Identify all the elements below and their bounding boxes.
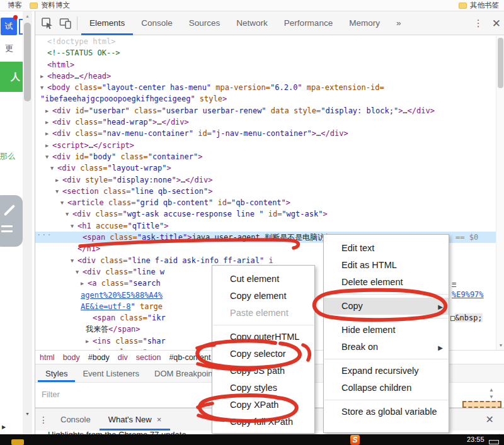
tab-console[interactable]: Console	[133, 11, 181, 35]
dom-row[interactable]: ▼<body class="layout-center has-menu" mp…	[35, 82, 496, 93]
page-green-button[interactable]: 人	[0, 62, 23, 92]
menu-item-copy-selector[interactable]: Copy selector	[212, 346, 314, 363]
twisty-icon[interactable]: ▶	[81, 278, 88, 289]
inspect-element-icon[interactable]	[41, 17, 54, 30]
menu-separator	[213, 325, 314, 325]
folder-icon	[30, 3, 38, 9]
dom-row[interactable]: ▼<div id="body" class="container">	[35, 151, 496, 162]
toolbar-right-icons: ⋮ ✕	[474, 11, 501, 35]
dom-row[interactable]: ▶<script>…</script>	[35, 140, 496, 151]
tab-event-listeners[interactable]: Event Listeners	[75, 364, 147, 382]
scroll-up-icon[interactable]: ▲	[488, 386, 495, 393]
twisty-icon[interactable]: ▶	[40, 70, 47, 82]
tab-sources[interactable]: Sources	[181, 11, 229, 35]
menu-item-collapse-children[interactable]: Collapse children	[324, 380, 449, 397]
menu-item-copy[interactable]: Copy▶	[324, 298, 449, 315]
tab-styles[interactable]: Styles	[38, 364, 75, 382]
twisty-icon[interactable]: ▼	[76, 266, 83, 278]
tab-network[interactable]: Network	[228, 11, 276, 35]
dom-row[interactable]: ▼<article class="grid qb-content" id="qb…	[35, 197, 496, 208]
expand-arrow-icon[interactable]: ▶	[2, 424, 6, 430]
dom-row[interactable]: ▶<div class="head-wrap">…</div>	[35, 116, 496, 128]
dom-row[interactable]: <html>	[35, 59, 496, 70]
twisty-icon[interactable]: ▼	[71, 220, 77, 232]
twisty-icon[interactable]: ▼	[45, 151, 52, 162]
styles-filter-input[interactable]	[42, 390, 231, 399]
dom-row[interactable]: ▶<div style="display:none">…</div>	[35, 174, 496, 186]
dom-row[interactable]: ▼<h1 accuse="qTitle">	[35, 220, 496, 232]
breadcrumb-item-html[interactable]: html	[40, 353, 55, 362]
page-app-icon[interactable]: 试	[1, 18, 17, 35]
taskbar-tray-icon[interactable]	[489, 440, 499, 444]
breadcrumb-item-section[interactable]: section	[136, 353, 161, 362]
other-bookmarks-button[interactable]: 其他书签	[459, 1, 499, 10]
twisty-icon[interactable]: ▼	[71, 255, 77, 266]
elements-scrollbar-thumb[interactable]	[498, 38, 503, 88]
breadcrumb-item-body[interactable]: body	[63, 353, 80, 362]
drawer-tab-console[interactable]: Console	[52, 408, 100, 431]
menu-item-edit-as-html[interactable]: Edit as HTML	[324, 257, 449, 274]
elements-scrollbar[interactable]: ▼	[496, 36, 504, 350]
menu-item-copy-js-path[interactable]: Copy JS path	[212, 363, 314, 380]
page-scrollbar-thumb[interactable]	[24, 23, 31, 101]
bookmark-folder-materials[interactable]: 资料博文	[30, 1, 70, 10]
tab-close-icon[interactable]: ×	[157, 415, 162, 424]
breadcrumb-item-div[interactable]: div	[118, 353, 128, 362]
menu-item-copy-outerhtml[interactable]: Copy outerHTML	[212, 329, 314, 346]
dom-row[interactable]: <!doctype html>	[35, 36, 496, 47]
dom-row[interactable]: "ibefaeehajgcpooopoegkifhgecigeeg" style…	[35, 93, 496, 104]
devtools-close-icon[interactable]: ✕	[492, 17, 501, 30]
taskbar-app-icon[interactable]	[11, 439, 24, 445]
twisty-icon[interactable]: ▶	[55, 174, 62, 186]
twisty-icon[interactable]: ▶	[86, 335, 93, 347]
scroll-down-icon[interactable]: ▼	[23, 410, 32, 418]
menu-item-copy-styles[interactable]: Copy styles	[212, 380, 314, 397]
sogou-ime-icon[interactable]: S	[350, 435, 360, 445]
menu-item-delete-element[interactable]: Delete element	[324, 274, 449, 291]
dom-row[interactable]: ▶<head>…</head>	[35, 70, 496, 82]
twisty-icon[interactable]: ▼	[40, 82, 47, 93]
scroll-up-icon[interactable]: ▲	[23, 13, 32, 20]
ask-question-fab[interactable]	[0, 195, 23, 247]
menu-item-break-on[interactable]: Break on▶	[324, 339, 449, 356]
scroll-down-icon[interactable]: ▼	[496, 343, 504, 347]
tabs-overflow-button[interactable]: »	[388, 16, 410, 30]
drawer-tab-what-s-new[interactable]: What's New×	[100, 408, 171, 431]
tab-memory[interactable]: Memory	[341, 11, 388, 35]
twisty-icon[interactable]: ▼	[60, 197, 67, 208]
twisty-icon[interactable]: ▼	[50, 162, 57, 174]
twisty-icon[interactable]: ▶	[45, 140, 52, 151]
dom-row[interactable]: ▼<div class="wgt-ask accuse-response lin…	[35, 208, 496, 220]
twisty-icon[interactable]: ▼	[66, 208, 72, 220]
twisty-icon[interactable]: ▶	[45, 116, 52, 128]
dom-row[interactable]: ▼<section class="line qb-section">	[35, 186, 496, 197]
twisty-icon[interactable]: ▶	[45, 105, 52, 116]
menu-item-copy-full-xpath[interactable]: Copy full XPath	[212, 414, 314, 431]
menu-item-copy-xpath[interactable]: Copy XPath	[212, 397, 314, 414]
dom-row[interactable]: ▶<div id="userbar" class="userbar userba…	[35, 105, 496, 116]
taskbar-clock[interactable]: 23:55	[467, 436, 484, 443]
tab-performance[interactable]: Performance	[276, 11, 341, 35]
menu-item-cut-element[interactable]: Cut element	[212, 271, 314, 288]
dom-row[interactable]: ▶<div class="nav-menu-container" id="j-n…	[35, 128, 496, 139]
menu-item-paste-element[interactable]: Paste element	[212, 305, 314, 322]
dom-row[interactable]: ▼<div class="layout-wrap">	[35, 162, 496, 174]
menu-item-edit-text[interactable]: Edit text	[324, 240, 449, 257]
breadcrumb-item-qb-content[interactable]: #qb-content	[169, 353, 210, 362]
menu-item-expand-recursively[interactable]: Expand recursively	[324, 363, 449, 380]
dom-row[interactable]: <!--STATUS OK-->	[35, 47, 496, 59]
tab-elements[interactable]: Elements	[81, 11, 133, 35]
twisty-icon[interactable]: ▼	[55, 186, 62, 197]
breadcrumb-item-body[interactable]: #body	[88, 353, 110, 362]
styles-scroll-arrows[interactable]: ▲ ▼	[488, 386, 495, 400]
menu-item-copy-element[interactable]: Copy element	[212, 288, 314, 305]
devtools-menu-icon[interactable]: ⋮	[474, 18, 483, 29]
scroll-down-icon[interactable]: ▼	[488, 393, 495, 400]
drawer-close-icon[interactable]: ✕	[486, 414, 494, 425]
menu-item-hide-element[interactable]: Hide element	[324, 322, 449, 339]
bookmark-item-blog[interactable]: 博客	[8, 1, 22, 10]
menu-item-store-as-global-variable[interactable]: Store as global variable	[324, 403, 449, 420]
device-toolbar-icon[interactable]	[59, 17, 72, 30]
twisty-icon[interactable]: ▶	[45, 128, 52, 139]
drawer-menu-icon[interactable]: ⋮	[35, 408, 52, 431]
